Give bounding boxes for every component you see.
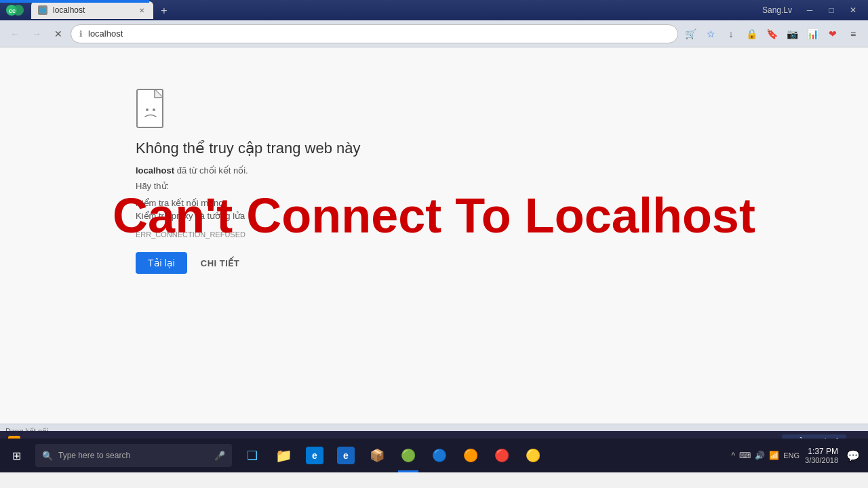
extension-icon5[interactable]: ❤: [823, 24, 842, 43]
svg-point-4: [146, 108, 149, 111]
title-bar-right: Sang.Lv ─ □ ✕: [762, 3, 863, 17]
svg-point-5: [153, 108, 155, 111]
error-try-label: Hãy thử:: [136, 181, 361, 191]
error-list-item-2: Kiểm tra proxy và tường lửa: [136, 209, 361, 222]
download-icon[interactable]: ↓: [722, 24, 741, 43]
taskbar-app-9[interactable]: 🔴: [487, 439, 517, 472]
new-tab-button[interactable]: +: [156, 3, 172, 19]
title-bar: cc 🌐 localhost ✕ + Sang.Lv ─ □ ✕: [0, 0, 868, 20]
browser-content: Không thể truy cập trang web này localho…: [0, 47, 868, 424]
title-bar-left: cc 🌐 localhost ✕ +: [5, 1, 172, 19]
address-bar[interactable]: ℹ localhost: [71, 24, 678, 43]
taskbar-app-file-explorer[interactable]: 📁: [269, 439, 298, 472]
extension-icon4[interactable]: 📊: [803, 24, 822, 43]
error-desc-text: đã từ chối kết nối.: [177, 165, 248, 176]
user-name: Sang.Lv: [762, 5, 792, 15]
error-buttons: Tải lại CHI TIẾT: [136, 252, 361, 274]
taskbar-app-ie[interactable]: e: [331, 439, 361, 472]
action-center-icon[interactable]: 💬: [844, 449, 863, 462]
error-code: ERR_CONNECTION_REFUSED: [136, 230, 361, 239]
coccoc-logo: cc: [5, 3, 27, 17]
task-view-icon: ❑: [243, 447, 261, 464]
back-button[interactable]: ←: [5, 24, 24, 43]
app5-icon: 📦: [368, 447, 386, 464]
minimize-button[interactable]: ─: [800, 3, 819, 17]
error-title: Không thể truy cập trang web này: [136, 140, 361, 157]
cart-icon[interactable]: 🛒: [681, 24, 700, 43]
taskbar-search-placeholder: Type here to search: [58, 451, 209, 460]
taskbar-app-edge[interactable]: e: [300, 439, 330, 472]
app8-icon: 🟠: [462, 447, 479, 464]
taskbar-left: ⊞ 🔍 Type here to search 🎤 ❑ 📁 e e 📦: [0, 439, 551, 472]
reload-page-button[interactable]: Tải lại: [136, 252, 187, 274]
taskbar-search[interactable]: 🔍 Type here to search 🎤: [35, 444, 232, 467]
mic-icon: 🎤: [214, 451, 225, 461]
error-host: localhost: [136, 165, 174, 176]
error-list: Kiểm tra kết nối mạng Kiểm tra proxy và …: [136, 197, 361, 222]
error-desc-main: localhost đã từ chối kết nối.: [136, 165, 361, 176]
taskbar-right: ^ ⌨ 🔊 📶 ENG 1:37 PM 3/30/2018 💬: [726, 439, 868, 472]
taskbar-app-10[interactable]: 🟡: [518, 439, 548, 472]
system-clock[interactable]: 1:37 PM 3/30/2018: [802, 447, 841, 464]
maximize-button[interactable]: □: [822, 3, 841, 17]
tab-label: localhost: [53, 5, 85, 15]
clock-date: 3/30/2018: [805, 456, 838, 464]
svg-text:cc: cc: [9, 7, 16, 14]
bookmark-icon[interactable]: ☆: [701, 24, 720, 43]
tray-expand-icon[interactable]: ^: [732, 451, 736, 460]
close-button[interactable]: ✕: [844, 3, 863, 17]
ie-icon: e: [337, 447, 355, 464]
tab-close-button[interactable]: ✕: [137, 5, 146, 15]
clock-time: 1:37 PM: [805, 447, 838, 456]
tray-network-icon[interactable]: 📶: [769, 451, 779, 460]
nav-bar: ← → ✕ ℹ localhost 🛒 ☆ ↓ 🔒 🔖 📷 📊 ❤ ≡: [0, 20, 868, 47]
taskbar: ⊞ 🔍 Type here to search 🎤 ❑ 📁 e e 📦: [0, 439, 868, 472]
tray-lang[interactable]: ENG: [783, 451, 800, 460]
address-text: localhost: [88, 28, 669, 39]
tray-keyboard-icon[interactable]: ⌨: [739, 451, 751, 460]
error-list-item-1: Kiểm tra kết nối mạng: [136, 197, 361, 209]
taskbar-search-icon: 🔍: [42, 451, 53, 461]
menu-button[interactable]: ≡: [844, 24, 863, 43]
extension-icon3[interactable]: 📷: [783, 24, 802, 43]
forward-button[interactable]: →: [27, 24, 46, 43]
taskbar-app-6[interactable]: 🟢: [393, 439, 423, 472]
tab-favicon: 🌐: [38, 5, 47, 15]
start-button[interactable]: ⊞: [0, 439, 33, 472]
taskbar-apps: ❑ 📁 e e 📦 🟢 🔵 🟠 🔴: [235, 439, 551, 472]
error-panel: Không thể truy cập trang web này localho…: [136, 88, 361, 274]
tray-volume-icon[interactable]: 🔊: [755, 451, 765, 460]
taskbar-app-task-view[interactable]: ❑: [237, 439, 267, 472]
edge-icon: e: [306, 447, 323, 464]
taskbar-app-8[interactable]: 🟠: [456, 439, 486, 472]
taskbar-app-7[interactable]: 🔵: [425, 439, 454, 472]
nav-tools: 🛒 ☆ ↓ 🔒 🔖 📷 📊 ❤ ≡: [681, 24, 863, 43]
extension-icon2[interactable]: 🔖: [762, 24, 781, 43]
progress-bar: [0, 0, 149, 3]
app6-icon: 🟢: [399, 447, 417, 464]
error-icon: [136, 88, 170, 129]
address-icon: ℹ: [79, 29, 83, 39]
extension-icon1[interactable]: 🔒: [742, 24, 761, 43]
sys-tray: ^ ⌨ 🔊 📶 ENG: [732, 451, 800, 460]
active-tab[interactable]: 🌐 localhost ✕: [31, 1, 153, 19]
app9-icon: 🔴: [493, 447, 511, 464]
reload-button[interactable]: ✕: [49, 24, 68, 43]
app7-icon: 🔵: [431, 447, 448, 464]
tab-bar: 🌐 localhost ✕ +: [31, 1, 172, 19]
details-button[interactable]: CHI TIẾT: [201, 258, 240, 268]
app10-icon: 🟡: [524, 447, 542, 464]
file-explorer-icon: 📁: [275, 447, 292, 464]
taskbar-app-5[interactable]: 📦: [362, 439, 392, 472]
